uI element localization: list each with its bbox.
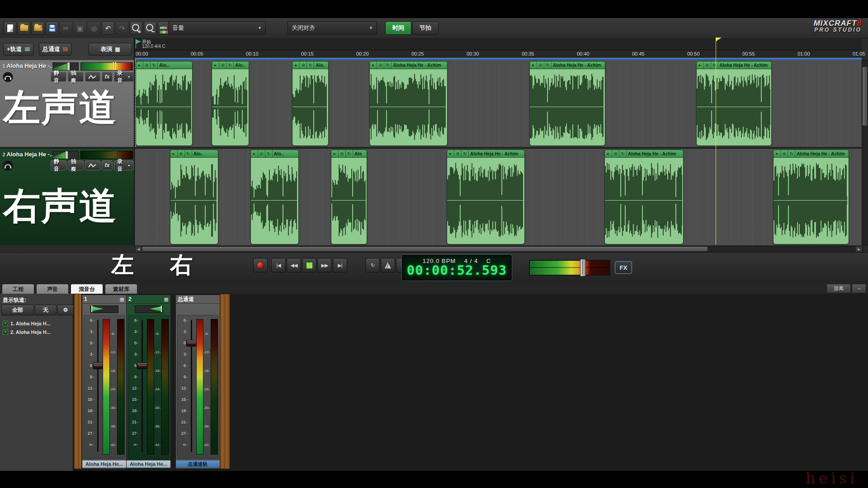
performance-panel-button[interactable]: 表演 ▦ — [89, 43, 132, 56]
go-to-end-button[interactable]: ▶| — [333, 258, 347, 272]
audio-clip[interactable]: ▸⊘↻Alo.. — [136, 61, 193, 146]
undo-icon[interactable]: ↶ — [102, 21, 114, 35]
clip-mute-icon[interactable]: ⊘ — [781, 150, 788, 157]
meter-handle[interactable] — [115, 150, 116, 159]
checkbox-icon[interactable]: × — [3, 329, 8, 335]
audio-clip[interactable]: ▸⊘↻Aloha Heja He - Achim — [447, 150, 525, 244]
timeline-ruler[interactable]: 00:0000:0500:1000:1500:2000:2500:3000:35… — [135, 50, 862, 58]
channel-name-label[interactable]: Aloha Heja He... — [82, 460, 126, 468]
fx-button[interactable]: fx — [102, 160, 113, 170]
solo-button[interactable]: 独奏 — [68, 72, 84, 82]
record-button[interactable] — [253, 258, 268, 272]
clip-loop-icon[interactable]: ↻ — [185, 150, 192, 157]
clip-play-icon[interactable]: ▸ — [331, 150, 339, 157]
solo-button[interactable]: 独奏 — [68, 160, 84, 170]
pan-slider[interactable] — [135, 305, 163, 313]
clip-mute-icon[interactable]: ⊘ — [612, 150, 619, 157]
zoom-out-icon[interactable]: − — [144, 21, 156, 35]
add-track-button[interactable]: +轨道 — [3, 43, 33, 56]
clip-mute-icon[interactable]: ⊘ — [377, 61, 384, 69]
stop-button[interactable] — [302, 258, 316, 272]
go-to-start-button[interactable]: |◀ — [271, 258, 286, 272]
tab-声音[interactable]: 声音 — [36, 284, 69, 294]
scroll-left-icon[interactable]: ◀ — [135, 246, 142, 252]
clip-loop-icon[interactable]: ↻ — [384, 61, 392, 69]
clip-mute-icon[interactable]: ⊘ — [537, 61, 544, 69]
clip-play-icon[interactable]: ▸ — [212, 61, 219, 69]
pan-slider[interactable] — [90, 305, 118, 313]
zoom-in-icon[interactable]: + — [130, 21, 142, 35]
tab-工程[interactable]: 工程 — [2, 284, 34, 294]
audio-clip[interactable]: ▸⊘↻Aloha Heja He - Achim — [369, 61, 448, 146]
playhead-flag-icon[interactable] — [716, 38, 722, 42]
record-arm-button[interactable]: 录音▼ — [114, 160, 134, 170]
detach-panel-button[interactable]: 游离 — [826, 284, 851, 293]
gear-icon[interactable]: ⚙ — [57, 305, 74, 315]
grid-icon[interactable]: ▦ — [164, 296, 169, 302]
clip-play-icon[interactable]: ▸ — [370, 61, 377, 69]
checkbox-icon[interactable]: × — [3, 321, 8, 326]
volume-mode-dropdown[interactable]: 音量 ▼ — [168, 21, 266, 35]
audio-clip[interactable]: ▸⊘↻Alo.. — [170, 150, 218, 244]
clip-play-icon[interactable]: ▸ — [251, 150, 258, 157]
marker-strip[interactable]: 开始 120.0 4/4 C — [135, 38, 862, 50]
clip-play-icon[interactable]: ▸ — [697, 61, 704, 69]
playhead[interactable] — [716, 38, 716, 244]
volume-handle[interactable] — [67, 62, 70, 70]
audio-clip[interactable]: ▸⊘↻Aloha Heja He - Achim — [604, 150, 684, 244]
master-fx-button[interactable]: FX — [615, 261, 632, 274]
track-name[interactable]: 2Aloha Heja He -... — [3, 151, 55, 158]
audio-clip[interactable]: ▸⊘↻Aloha Heja He - Achim — [696, 61, 772, 146]
clip-mute-icon[interactable]: ⊘ — [143, 61, 151, 69]
save-icon[interactable] — [46, 21, 58, 35]
clip-play-icon[interactable]: ▸ — [170, 150, 178, 157]
new-file-icon[interactable] — [4, 21, 16, 35]
pan-handle[interactable] — [91, 305, 92, 312]
clip-mute-icon[interactable]: ⊘ — [178, 150, 185, 157]
track-header-1[interactable]: 1Aloha Heja He -...静音独奏fx录音▼左声道 — [0, 60, 135, 147]
clip-loop-icon[interactable]: ↻ — [151, 61, 158, 69]
import-audio-icon[interactable] — [32, 21, 44, 35]
clip-mute-icon[interactable]: ⊘ — [704, 61, 711, 69]
fader-track[interactable] — [142, 320, 143, 452]
time-mode-button[interactable]: 时间 — [385, 21, 411, 35]
record-arm-button[interactable]: 录音▼ — [114, 72, 134, 82]
track-lane-2[interactable]: ▸⊘↻Alo..▸⊘↻Alo..▸⊘↻Alo▸⊘↻Aloha Heja He -… — [135, 149, 862, 245]
clip-loop-icon[interactable]: ↻ — [711, 61, 718, 69]
transport-lcd[interactable]: 120.0 BPM 4 / 4 C 00:00:52.593 — [401, 254, 512, 281]
mixer-channel-1[interactable]: 1▦6303691215182127∞-6--12--18--24--30--3… — [82, 295, 127, 469]
tab-混音台[interactable]: 混音台 — [71, 284, 103, 294]
mute-button[interactable]: 静音 — [51, 72, 66, 82]
horizontal-scroll-thumb[interactable] — [142, 247, 708, 251]
clip-play-icon[interactable]: ▸ — [292, 61, 300, 69]
volume-handle[interactable] — [65, 151, 68, 159]
list-item[interactable]: ×2. Aloha Heja H... — [3, 328, 51, 335]
clip-loop-icon[interactable]: ↻ — [788, 150, 795, 157]
scroll-right-icon[interactable]: ▶ — [856, 246, 862, 252]
clip-mute-icon[interactable]: ⊘ — [300, 61, 307, 69]
mixer-channel-2[interactable]: 2▦6303691215182127∞-6--12--18--24--30--3… — [126, 295, 171, 469]
clip-play-icon[interactable]: ▸ — [605, 150, 612, 157]
audio-clip[interactable]: ▸⊘↻Alo.. — [212, 61, 249, 146]
meter-handle[interactable] — [115, 62, 116, 70]
audio-clip[interactable]: ▸⊘↻Alo — [331, 150, 367, 244]
fader-track[interactable] — [97, 320, 99, 452]
tab-素材库[interactable]: 素材库 — [105, 284, 137, 294]
rewind-button[interactable]: ◀◀ — [287, 258, 301, 272]
master-volume-slider[interactable] — [529, 260, 610, 276]
show-none-button[interactable]: 无 — [35, 305, 57, 315]
headphone-icon[interactable] — [3, 160, 13, 171]
track-lane-1[interactable]: ▸⊘↻Alo..▸⊘↻Alo..▸⊘↻Alo..▸⊘↻Aloha Heja He… — [135, 60, 862, 147]
automation-button[interactable] — [85, 72, 100, 82]
clip-mute-icon[interactable]: ⊘ — [258, 150, 265, 157]
clip-mute-icon[interactable]: ⊘ — [339, 150, 346, 157]
audio-clip[interactable]: ▸⊘↻Aloha Heja He - Achim — [529, 61, 605, 146]
open-folder-icon[interactable] — [18, 21, 30, 35]
fast-forward-button[interactable]: ▶▶ — [317, 258, 332, 272]
automation-button[interactable] — [85, 160, 100, 170]
clip-loop-icon[interactable]: ↻ — [346, 150, 353, 157]
clip-play-icon[interactable]: ▸ — [447, 150, 454, 157]
headphone-icon[interactable] — [3, 72, 13, 82]
grid-icon[interactable]: ▦ — [120, 296, 124, 302]
clip-loop-icon[interactable]: ↻ — [462, 150, 469, 157]
